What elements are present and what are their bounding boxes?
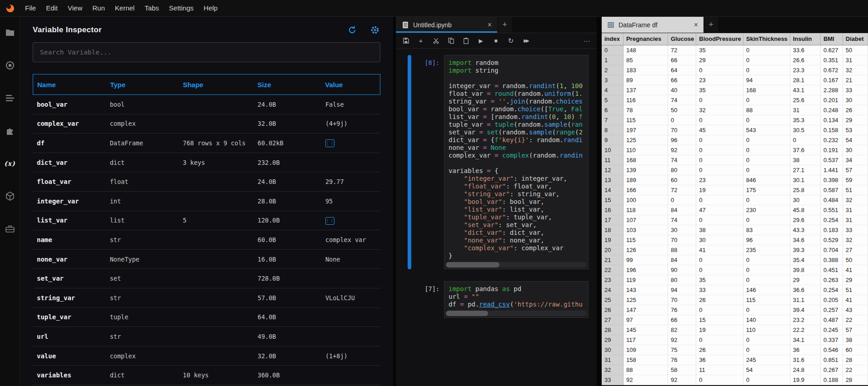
code-cell[interactable]: [7]:import pandas as pdurl = ""df = pd.r…	[408, 281, 597, 318]
menu-item-tabs[interactable]: Tabs	[140, 0, 164, 16]
code-line: set_var = set(random.sample(range(2	[449, 129, 584, 136]
panel-splitter-right[interactable]	[597, 17, 602, 386]
grid-cell: 846	[743, 175, 790, 185]
scrollbar-thumb[interactable]	[446, 262, 499, 267]
column-header-name[interactable]: Name	[33, 81, 106, 89]
variable-row[interactable]: variablesdict10 keys360.0B	[33, 366, 380, 385]
code-line	[449, 159, 584, 167]
variable-row[interactable]: list_varlist5120.0B⋮⋮	[33, 211, 380, 231]
cell-collapser[interactable]	[408, 281, 411, 318]
grid-cell: 74	[668, 155, 696, 165]
grid-row: 17107740029.60.25431	[602, 215, 868, 225]
variable-size: 49.0B	[254, 333, 321, 340]
variable-row[interactable]: complex_varcomplex32.0B(4+9j)	[33, 114, 380, 134]
tab-untitled-ipynb[interactable]: Untitled.ipynb ×	[396, 17, 497, 33]
variable-size: 64.0B	[254, 313, 321, 321]
sidebar-item-variable-inspector[interactable]: (x)	[4, 158, 16, 169]
grid-cell: 36.6	[790, 285, 820, 295]
variable-row[interactable]: valuecomplex32.0B(1+8j)	[33, 346, 380, 366]
column-header-type[interactable]: Type	[106, 81, 179, 89]
refresh-icon[interactable]	[348, 25, 357, 35]
grid-cell: 66	[668, 75, 696, 85]
notebook-icon	[401, 21, 409, 29]
grid-cell: 26.6	[790, 55, 820, 65]
tab-dataframe-df[interactable]: DataFrame df ×	[602, 17, 703, 33]
grid-cell: 0.254	[820, 285, 843, 295]
restart-kernel-icon[interactable]: ↻	[507, 37, 514, 45]
stop-icon[interactable]: ■	[492, 37, 499, 45]
variable-row[interactable]: dfDataFrame768 rows x 9 cols60.02kB⋮⋮	[33, 134, 380, 153]
menu-item-kernel[interactable]: Kernel	[110, 0, 140, 16]
copy-icon[interactable]	[447, 37, 454, 45]
variable-row[interactable]: integer_varint28.0B95	[33, 192, 380, 211]
grid-cell: 0	[743, 145, 790, 155]
grid-cell: 0	[696, 195, 743, 205]
sidebar-item-toolbox[interactable]	[4, 223, 16, 235]
grid-index-cell: 2	[602, 65, 623, 75]
variable-row[interactable]: dict_vardict3 keys232.0B	[33, 153, 380, 173]
variable-row[interactable]: bool_varbool24.0BFalse	[33, 95, 380, 114]
grid-index-cell: 3	[602, 75, 623, 85]
variable-row[interactable]: float_varfloat24.0B29.77	[33, 172, 380, 192]
grid-cell: 0.254	[820, 215, 843, 225]
search-input[interactable]	[33, 42, 380, 62]
horizontal-scrollbar[interactable]	[446, 262, 587, 267]
variable-row[interactable]: namestr60.0Bcomplex_var	[33, 230, 380, 250]
sidebar-item-kernel-cube[interactable]	[4, 190, 16, 202]
grid-row: 28145821911022.20.24557	[602, 325, 868, 335]
close-icon[interactable]: ×	[694, 21, 698, 29]
sidebar-item-table-of-contents[interactable]	[4, 92, 16, 104]
close-icon[interactable]: ×	[488, 21, 492, 29]
grid-cell: 0	[696, 95, 743, 105]
folder-icon	[5, 27, 15, 38]
variable-row[interactable]: tuple_vartuple64.0B	[33, 308, 380, 327]
code-editor[interactable]: import randomimport string integer_var =…	[444, 55, 589, 269]
column-header-value[interactable]: Value	[321, 81, 380, 89]
cut-icon[interactable]	[432, 37, 439, 45]
variable-row[interactable]: set_varset728.0B	[33, 269, 380, 288]
menu-item-run[interactable]: Run	[87, 0, 110, 16]
new-tab-button[interactable]: +	[704, 17, 718, 33]
variable-value: False	[321, 101, 380, 108]
sidebar-item-extensions[interactable]	[4, 125, 16, 137]
grid-cell: 76	[668, 305, 696, 315]
more-options-icon[interactable]: ···	[583, 37, 590, 45]
code-line: variables = {	[449, 167, 584, 175]
code-editor[interactable]: import pandas as pdurl = ""df = pd.read_…	[444, 281, 589, 318]
save-icon[interactable]	[402, 37, 409, 45]
run-all-icon[interactable]: ▶▶	[522, 37, 529, 45]
grid-row: 2797661514023.20.48722	[602, 315, 868, 325]
menu-item-file[interactable]: File	[20, 0, 41, 16]
open-dataframe-icon[interactable]: ⋮⋮	[325, 217, 334, 225]
run-icon[interactable]: ▶	[477, 37, 484, 45]
horizontal-scrollbar[interactable]	[446, 311, 587, 316]
variable-type: str	[106, 333, 179, 340]
menu-item-help[interactable]: Help	[199, 0, 223, 16]
grid-cell: 29	[843, 115, 868, 125]
scrollbar-thumb[interactable]	[446, 311, 488, 316]
grid-cell: 75	[668, 345, 696, 355]
grid-index-cell: 33	[602, 375, 623, 385]
variable-value: VLoLlCJU	[321, 294, 380, 302]
menu-item-view[interactable]: View	[63, 0, 87, 16]
variable-row[interactable]: string_varstr57.0BVLoLlCJU	[33, 288, 380, 308]
paste-icon[interactable]	[462, 37, 469, 45]
column-header-shape[interactable]: Shape	[179, 81, 253, 89]
variable-row[interactable]: urlstr49.0B	[33, 327, 380, 346]
column-header-size[interactable]: Size	[253, 81, 321, 89]
sidebar-item-files[interactable]	[4, 27, 16, 39]
code-cell[interactable]: [8]:import randomimport string integer_v…	[408, 55, 597, 269]
add-cell-icon[interactable]: +	[417, 37, 424, 45]
jupyter-logo[interactable]	[0, 4, 20, 13]
variable-size: 32.0B	[254, 352, 321, 360]
dataframe-grid[interactable]: indexPregnanciesGlucoseBloodPressureSkin…	[602, 33, 868, 386]
menu-item-edit[interactable]: Edit	[41, 0, 63, 16]
settings-gear-icon[interactable]	[370, 25, 379, 35]
grid-cell: 0.263	[820, 275, 843, 285]
variable-row[interactable]: none_varNoneType16.0BNone	[33, 250, 380, 269]
new-tab-button[interactable]: +	[498, 17, 512, 33]
cell-collapser[interactable]	[408, 55, 411, 269]
open-dataframe-icon[interactable]: ⋮⋮	[325, 139, 334, 147]
sidebar-item-running-sessions[interactable]	[4, 59, 16, 71]
menu-item-settings[interactable]: Settings	[164, 0, 199, 16]
